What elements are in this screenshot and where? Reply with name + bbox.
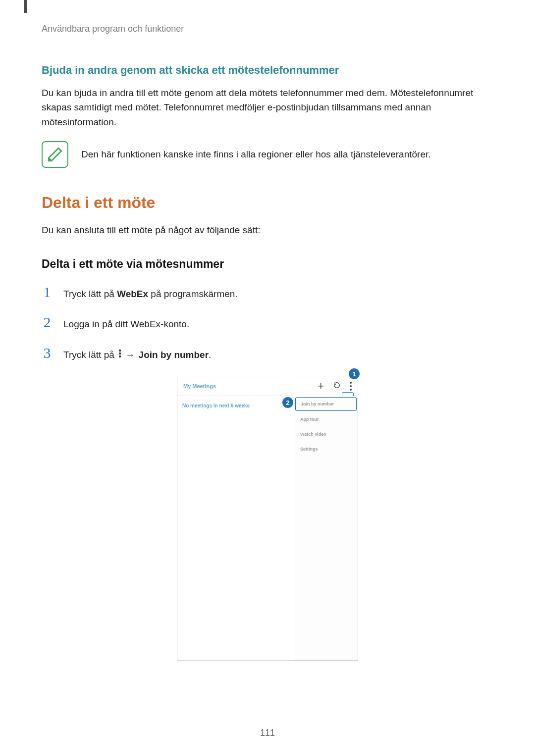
step-1-pre: Tryck lätt på [63,289,117,299]
step-number: 3 [42,345,53,361]
device-screenshot: 1 My Meetings + No meetings in next 6 we… [177,376,358,661]
device-topbar: My Meetings + [177,376,358,396]
device-body: No meetings in next 6 weeks 2 Join by nu… [177,396,358,660]
paragraph-invite-body: Du kan bjuda in andra till ett möte geno… [42,86,493,129]
menu-item-watch-video[interactable]: Watch video [294,427,358,442]
step-number: 1 [42,284,53,301]
step-3-post: . [209,350,211,360]
step-text: Tryck lätt på → Join by number. [63,348,211,362]
callout-badge-1: 1 [349,368,360,379]
note-icon [42,141,68,168]
device-empty-state: No meetings in next 6 weeks [177,396,294,660]
menu-item-settings[interactable]: Settings [294,442,358,456]
add-icon[interactable]: + [318,381,324,392]
device-title: My Meetings [183,383,216,389]
device-dropdown-menu: 2 Join by number App tour Watch video Se… [294,396,358,660]
page: Användbara program och funktioner Bjuda … [0,0,535,756]
more-options-icon [119,350,121,358]
step-2: 2 Logga in på ditt WebEx-konto. [42,314,493,332]
device-screenshot-wrap: 1 My Meetings + No meetings in next 6 we… [42,376,493,661]
step-text: Logga in på ditt WebEx-konto. [63,317,189,332]
heading-join-meeting: Delta i ett möte [42,194,493,212]
crop-mark [24,0,27,13]
paragraph-join-intro: Du kan ansluta till ett möte på något av… [42,223,493,237]
refresh-icon[interactable] [333,381,341,391]
menu-item-join-by-number[interactable]: Join by number [295,397,357,411]
page-number: 111 [0,728,535,738]
menu-item-app-tour[interactable]: App tour [294,412,358,427]
step-1-post: på programskärmen. [148,289,238,299]
step-3-pre: Tryck lätt på [63,350,117,360]
heading-join-by-number: Delta i ett möte via mötesnummer [42,257,493,271]
note-text: Den här funktionen kanske inte finns i a… [81,141,431,161]
step-1-bold: WebEx [117,289,148,299]
pencil-note-icon [47,146,63,163]
step-3: 3 Tryck lätt på → Join by number. [42,345,493,362]
more-options-icon[interactable] [350,382,352,391]
running-head: Användbara program och funktioner [42,24,493,34]
note-block: Den här funktionen kanske inte finns i a… [42,141,493,168]
step-number: 2 [42,314,53,331]
step-text: Tryck lätt på WebEx på programskärmen. [63,287,238,302]
step-3-bold: Join by number [139,350,209,360]
device-actions: + [318,381,352,392]
step-1: 1 Tryck lätt på WebEx på programskärmen. [42,284,493,302]
heading-invite-by-phone: Bjuda in andra genom att skicka ett möte… [42,64,493,77]
arrow-icon: → [124,350,136,360]
